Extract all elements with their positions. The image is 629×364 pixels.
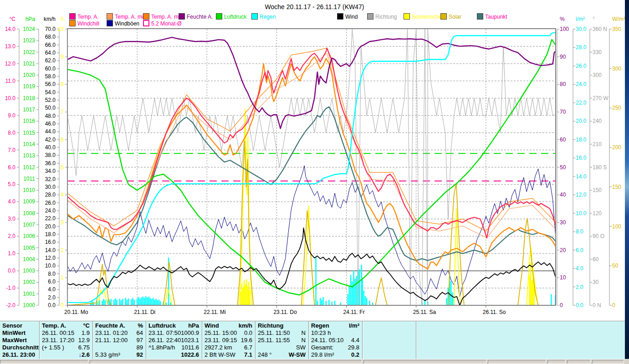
axis-tick-label: 56.0 xyxy=(45,81,56,87)
axis-tick-label: 1000 xyxy=(23,302,35,308)
feuchte-swatch-icon xyxy=(179,13,185,20)
axis-tick-label: 1024 xyxy=(23,26,35,32)
legend-label: 5.2 Monat-Ø xyxy=(151,20,182,27)
axis-tick-label: 14.0 xyxy=(5,26,16,32)
table-cell-text: N xyxy=(290,337,306,344)
axis-tick-label: 8.0 xyxy=(8,130,15,136)
axis-tick-label: 200 xyxy=(612,144,621,151)
legend-item-wind[interactable]: Wind xyxy=(337,13,358,20)
axis-tick-label: 1006 xyxy=(23,233,35,239)
legend-label: Feuchte A. xyxy=(187,14,213,20)
day-label: 25.11. Sa xyxy=(413,309,436,315)
chart-area[interactable]: Temp. A.Temp. A. minTemp. A. maxFeuchte … xyxy=(0,0,625,320)
table-cell: SW xyxy=(256,344,308,351)
richtung-swatch-icon xyxy=(367,13,373,20)
legend-item-windb-en[interactable]: Windböen xyxy=(107,20,139,26)
axis-tick-label: 20 xyxy=(560,247,566,253)
table-cell-text: 1023.1 xyxy=(181,337,199,344)
axis-tick-label: 6.0 xyxy=(576,247,583,253)
legend-item-solar[interactable]: Solar xyxy=(440,13,461,20)
table-cell: Richtung xyxy=(256,322,308,329)
status-bar-segment-2 xyxy=(90,360,362,364)
legend-item-luftdruck[interactable]: Luftdruck xyxy=(216,13,246,20)
legend-item-taupunkt[interactable]: Taupunkt xyxy=(477,13,507,20)
series-windchill xyxy=(67,57,556,269)
axis-tick-label: 2.0 xyxy=(576,284,583,290)
axis-tick-label: 10 xyxy=(58,26,64,32)
axis-tick-label: 80 xyxy=(560,81,566,87)
table-cell-text: 7.1 xyxy=(235,351,252,359)
legend-label: Richtung xyxy=(375,14,397,20)
weather-app-window: { "window": { "title": "Woche 20.11.17 -… xyxy=(0,0,629,364)
axis-tick-label: 14.0 xyxy=(576,173,587,180)
table-cell-text: 12.9 xyxy=(74,337,90,344)
table-cell: Gesamt:29.8 xyxy=(309,344,362,351)
legend-label: Temp. A. xyxy=(77,14,99,20)
axis-tick-label: 12.0 xyxy=(5,61,16,67)
axis-tick-label: 13.0 xyxy=(5,43,16,50)
legend-label: Wind xyxy=(345,14,358,20)
table-cell-text: 248 ° xyxy=(258,351,272,359)
legend-item-richtung[interactable]: Richtung xyxy=(367,13,397,20)
table-cell-text: 29.8 l/m² xyxy=(311,351,334,359)
table-cell: 29.8 l/m²0.2 xyxy=(309,351,362,359)
table-cell: 25.11. 11:55N xyxy=(256,337,308,344)
axis-tick-label: 1016 xyxy=(23,118,35,124)
legend-item-temp-a-[interactable]: Temp. A. xyxy=(69,13,99,20)
legend-item-regen[interactable]: Regen xyxy=(251,13,276,20)
axis-tick-label: 6 xyxy=(61,136,64,143)
axis-tick-label: 2.0 xyxy=(48,294,56,301)
table-cell-text: 21.11. 12:00 xyxy=(95,337,128,344)
axis-tick-label: 3.0 xyxy=(8,216,15,222)
axis-tick-label: 1023 xyxy=(23,37,35,44)
legend-item-windchill[interactable]: Windchill xyxy=(69,20,99,26)
axis-tick-label: 58.0 xyxy=(45,73,56,80)
table-column-empty xyxy=(362,321,416,359)
legend-item-feuchte-a-[interactable]: Feuchte A. xyxy=(179,13,213,20)
legend-item-5-2-monat-[interactable]: 5.2 Monat-Ø xyxy=(143,20,182,26)
legend-item-sonnenschein[interactable]: Sonnenschein xyxy=(404,13,446,20)
taupunkt-swatch-icon xyxy=(477,13,483,20)
table-cell-text: 26.11. 22:40 xyxy=(148,337,181,344)
table-row-label: MinWert xyxy=(2,329,26,337)
axis-header: hPa xyxy=(26,16,36,22)
axis-tick-label: 210 xyxy=(593,141,602,147)
axis-tick-label: 68.0 xyxy=(45,34,56,40)
axis-tick-label: 0.0 xyxy=(8,268,15,274)
axis-tick-label: 6.0 xyxy=(48,278,56,285)
axis-tick-label: -1.0 xyxy=(6,285,15,291)
axis-tick-label: 360 N xyxy=(593,26,607,32)
axis-tick-label: 1018 xyxy=(23,95,35,101)
axis-tick-label: 16.0 xyxy=(45,239,56,245)
weather-plot[interactable]: 14.013.012.011.010.09.08.07.06.05.04.03.… xyxy=(0,0,625,320)
axis-tick-label: 1013 xyxy=(23,152,35,159)
series-temp-a- xyxy=(67,48,556,238)
axis-header: % xyxy=(560,16,565,22)
axis-tick-label: 5.0 xyxy=(8,181,15,187)
day-label: 21.11. Di xyxy=(134,309,155,315)
axis-tick-label: 7.0 xyxy=(8,147,15,153)
wind-swatch-icon xyxy=(337,13,343,20)
axis-tick-label: 16.0 xyxy=(576,155,587,161)
table-cell-text: °C xyxy=(66,322,90,329)
axis-tick-label: 20.0 xyxy=(576,118,587,124)
status-bar-segment-3 xyxy=(363,360,486,364)
axis-tick-label: 10.0 xyxy=(576,210,587,217)
axis-tick-label: 36.0 xyxy=(45,160,56,167)
table-cell-text: % xyxy=(125,322,143,329)
table-column-empty xyxy=(416,321,625,359)
axis-tick-label: 40 xyxy=(560,192,566,198)
axis-tick-label: 8.0 xyxy=(576,228,583,235)
axis-tick-label: 12.0 xyxy=(576,192,587,198)
axis-tick-label: 8.0 xyxy=(48,271,56,277)
status-bar-segment-6 xyxy=(567,360,591,364)
table-cell-text xyxy=(283,322,306,329)
table-cell: ↓2.6 xyxy=(40,351,92,359)
table-column-regen: Regenl/m²10:23 h24.11. 05:104.4Gesamt:29… xyxy=(308,321,362,359)
table-cell-text: 23.11. 07:50 xyxy=(148,329,181,337)
legend-item-temp-a-min[interactable]: Temp. A. min xyxy=(107,13,146,20)
axis-tick-label: 180 S xyxy=(593,164,607,171)
table-cell-text: Richtung xyxy=(258,322,283,329)
axis-tick-label: 0 xyxy=(61,302,64,308)
day-label: 24.11. Fr xyxy=(343,309,365,315)
